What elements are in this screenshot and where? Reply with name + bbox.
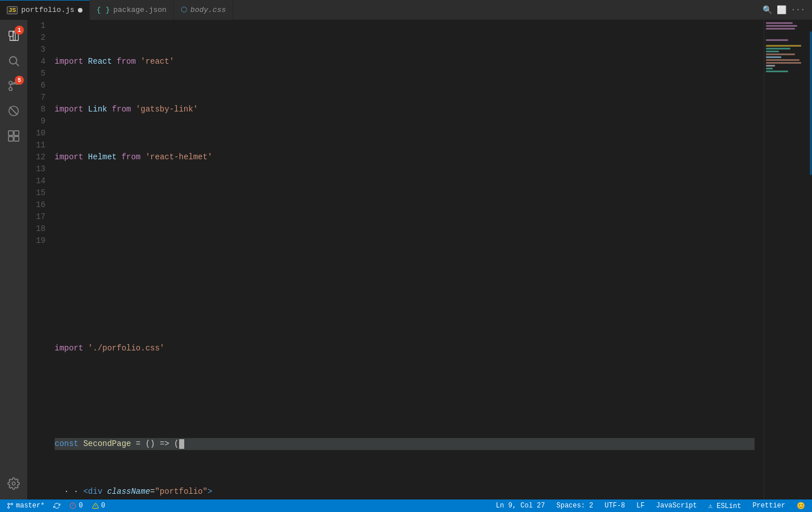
branch-name: master* xyxy=(16,502,44,510)
svg-point-2 xyxy=(10,57,17,64)
activity-extensions[interactable] xyxy=(2,125,25,147)
warning-count[interactable]: 0 xyxy=(90,499,107,512)
spaces-setting[interactable]: Spaces: 2 xyxy=(554,499,596,512)
svg-rect-9 xyxy=(9,131,13,135)
code-line-3: import Helmet from 'react-helmet' xyxy=(55,151,755,163)
status-bar: master* 0 0 L xyxy=(0,499,812,512)
code-line-1: import React from 'react' xyxy=(55,56,755,68)
tab-label: portfolio.js xyxy=(21,6,74,14)
svg-point-14 xyxy=(8,503,10,505)
code-line-9: const SecondPage = () => ( xyxy=(55,438,755,450)
spaces-text: Spaces: 2 xyxy=(557,502,594,510)
activity-settings[interactable] xyxy=(2,472,25,495)
eslint-text: ⚠ ESLint xyxy=(709,502,741,510)
tab-package-json[interactable]: { } package.json xyxy=(90,0,174,20)
emoji-status[interactable]: 😊 xyxy=(794,499,807,512)
tab-bar: JS portfolio.js { } package.json ⬡ body.… xyxy=(0,0,812,20)
code-content: import React from 'react' import Link fr… xyxy=(55,20,764,499)
code-line-4 xyxy=(55,199,755,211)
error-count[interactable]: 0 xyxy=(67,499,85,512)
encoding-setting[interactable]: UTF-8 xyxy=(602,499,627,512)
svg-rect-0 xyxy=(9,31,13,36)
code-line-2: import Link from 'gatsby-link' xyxy=(55,104,755,115)
split-editor-icon[interactable]: ⬜ xyxy=(777,5,786,15)
main-area: 1 5 xyxy=(0,20,812,499)
css-icon: ⬡ xyxy=(181,5,187,14)
explorer-badge: 1 xyxy=(15,26,24,35)
activity-explorer[interactable]: 1 xyxy=(2,24,25,47)
svg-point-15 xyxy=(8,507,10,509)
eslint-status[interactable]: ⚠ ESLint xyxy=(706,499,744,512)
code-line-8 xyxy=(55,390,755,402)
status-left: master* 0 0 xyxy=(5,499,107,512)
cursor-position[interactable]: Ln 9, Col 27 xyxy=(494,499,547,512)
status-right: Ln 9, Col 27 Spaces: 2 UTF-8 LF JavaScri… xyxy=(494,499,807,512)
more-actions-icon[interactable]: ··· xyxy=(791,5,805,14)
line-ending-setting[interactable]: LF xyxy=(634,499,647,512)
activity-git[interactable]: 5 xyxy=(2,75,25,97)
svg-line-3 xyxy=(16,63,19,66)
line-numbers: 1 2 3 4 5 6 7 8 9 10 11 12 13 14 15 16 1… xyxy=(27,20,55,499)
encoding-text: UTF-8 xyxy=(604,502,625,510)
svg-line-8 xyxy=(10,107,18,115)
js-icon: JS xyxy=(7,6,18,14)
svg-rect-12 xyxy=(14,137,19,141)
minimap xyxy=(764,20,812,499)
code-line-6 xyxy=(55,295,755,307)
svg-point-13 xyxy=(12,482,15,485)
tab-label: body.css xyxy=(190,6,226,14)
code-line-10: · · <div className="portfolio"> xyxy=(55,486,755,498)
activity-debug[interactable] xyxy=(2,100,25,122)
code-area[interactable]: 1 2 3 4 5 6 7 8 9 10 11 12 13 14 15 16 1… xyxy=(27,20,764,499)
svg-rect-11 xyxy=(9,137,13,141)
activity-search[interactable] xyxy=(2,49,25,72)
svg-point-6 xyxy=(9,88,13,91)
prettier-status[interactable]: Prettier xyxy=(750,499,788,512)
tab-bar-actions: 🔍 ⬜ ··· xyxy=(763,5,812,15)
sync-button[interactable] xyxy=(51,499,63,512)
position-text: Ln 9, Col 27 xyxy=(496,502,545,510)
activity-bar: 1 5 xyxy=(0,20,27,499)
error-num: 0 xyxy=(78,502,82,510)
tab-body-css[interactable]: ⬡ body.css xyxy=(174,0,233,20)
editor: 1 2 3 4 5 6 7 8 9 10 11 12 13 14 15 16 1… xyxy=(27,20,764,499)
activity-bottom xyxy=(2,472,25,499)
tab-portfolio-js[interactable]: JS portfolio.js xyxy=(0,0,90,20)
svg-rect-10 xyxy=(14,131,19,135)
git-branch[interactable]: master* xyxy=(5,499,47,512)
emoji-icon: 😊 xyxy=(797,502,805,510)
git-badge: 5 xyxy=(15,76,24,85)
code-line-5 xyxy=(55,247,755,259)
line-ending-text: LF xyxy=(636,502,644,510)
svg-point-16 xyxy=(11,503,13,505)
tab-label: package.json xyxy=(113,6,167,14)
code-line-7: import './porfolio.css' xyxy=(55,342,755,354)
language-text: JavaScript xyxy=(656,502,697,510)
language-mode[interactable]: JavaScript xyxy=(654,499,699,512)
tab-dot xyxy=(78,8,82,13)
search-panel-icon[interactable]: 🔍 xyxy=(763,5,772,15)
warning-num: 0 xyxy=(101,502,105,510)
prettier-text: Prettier xyxy=(752,502,785,510)
json-icon: { } xyxy=(97,6,110,14)
